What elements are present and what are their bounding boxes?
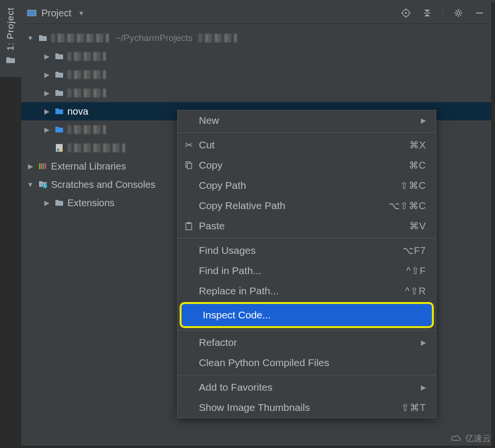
folder-icon xyxy=(54,199,65,206)
submenu-arrow-icon: ▶ xyxy=(421,339,426,346)
svg-line-14 xyxy=(460,15,461,16)
svg-line-13 xyxy=(456,11,457,12)
paste-icon xyxy=(182,222,196,230)
svg-point-6 xyxy=(405,12,407,14)
svg-point-8 xyxy=(457,12,460,14)
blurred-label xyxy=(67,52,106,61)
python-file-icon xyxy=(54,144,65,152)
folder-icon xyxy=(54,126,65,133)
svg-line-16 xyxy=(460,11,461,12)
blurred-label xyxy=(51,34,109,42)
shortcut: ^⇧F xyxy=(406,265,426,277)
svg-rect-28 xyxy=(186,223,192,230)
expand-arrow-icon[interactable]: ▶ xyxy=(42,107,51,115)
menu-separator xyxy=(178,238,436,238)
folder-icon xyxy=(6,56,15,64)
menu-cut[interactable]: ✂ Cut ⌘X xyxy=(178,135,436,155)
menu-clean-python[interactable]: Clean Python Compiled Files xyxy=(178,353,436,373)
separator xyxy=(443,7,443,19)
scratches-icon xyxy=(38,180,48,189)
collapse-icon[interactable] xyxy=(421,7,433,19)
watermark: 亿速云 xyxy=(451,433,491,444)
gear-icon[interactable] xyxy=(453,7,464,19)
menu-separator xyxy=(178,330,436,330)
project-toolbar: Project ▼ xyxy=(21,2,491,24)
menu-add-to-favorites[interactable]: Add to Favorites ▶ xyxy=(178,377,436,397)
expand-arrow-icon[interactable]: ▼ xyxy=(26,181,35,188)
blurred-label xyxy=(198,34,237,42)
locate-icon[interactable] xyxy=(400,7,412,19)
menu-separator xyxy=(178,375,436,375)
menu-new[interactable]: New ▶ xyxy=(178,110,436,131)
svg-rect-0 xyxy=(27,10,36,16)
shortcut: ⇧⌘T xyxy=(401,402,426,413)
expand-arrow-icon[interactable]: ▶ xyxy=(42,199,51,207)
tree-item[interactable]: ▶ xyxy=(21,84,491,102)
menu-replace-in-path[interactable]: Replace in Path... ^⇧R xyxy=(178,281,436,301)
cut-icon: ✂ xyxy=(182,139,196,151)
folder-icon xyxy=(54,53,65,60)
shortcut: ⌥F7 xyxy=(403,245,426,256)
svg-rect-22 xyxy=(41,163,42,169)
shortcut: ⌘X xyxy=(409,139,426,151)
shortcut: ^⇧R xyxy=(405,285,426,297)
root-path: ~/PycharmProjects xyxy=(116,33,193,43)
copy-icon xyxy=(182,161,196,170)
tree-item-label: External Libraries xyxy=(51,161,126,172)
svg-rect-29 xyxy=(187,222,190,224)
tree-item-label: Extensions xyxy=(67,198,115,209)
menu-copy-relative-path[interactable]: Copy Relative Path ⌥⇧⌘C xyxy=(178,196,436,216)
menu-copy[interactable]: Copy ⌘C xyxy=(178,155,436,175)
svg-line-15 xyxy=(456,15,457,16)
svg-rect-21 xyxy=(39,163,40,169)
menu-paste[interactable]: Paste ⌘V xyxy=(178,216,436,236)
expand-arrow-icon[interactable]: ▶ xyxy=(26,162,35,170)
folder-icon xyxy=(54,108,65,115)
submenu-arrow-icon: ▶ xyxy=(421,383,426,391)
submenu-arrow-icon: ▶ xyxy=(421,117,426,124)
expand-arrow-icon[interactable]: ▶ xyxy=(42,71,51,79)
svg-rect-23 xyxy=(43,163,44,169)
shortcut: ⌘C xyxy=(409,159,426,171)
menu-show-thumbnails[interactable]: Show Image Thumbnails ⇧⌘T xyxy=(178,397,436,418)
tree-item[interactable]: ▶ xyxy=(21,47,491,66)
folder-icon xyxy=(54,90,65,96)
shortcut: ⌥⇧⌘C xyxy=(389,200,426,211)
blurred-label xyxy=(67,70,106,79)
project-icon xyxy=(27,9,37,17)
shortcut: ⇧⌘C xyxy=(400,180,426,191)
svg-rect-24 xyxy=(45,163,46,169)
expand-arrow-icon[interactable]: ▶ xyxy=(42,126,51,133)
menu-copy-path[interactable]: Copy Path ⇧⌘C xyxy=(178,175,436,196)
svg-point-20 xyxy=(59,148,62,151)
menu-find-usages[interactable]: Find Usages ⌥F7 xyxy=(178,240,436,261)
tree-item-label: Scratches and Consoles xyxy=(51,179,156,190)
expand-arrow-icon[interactable]: ▼ xyxy=(26,34,35,42)
folder-icon xyxy=(54,71,65,78)
blurred-label xyxy=(67,144,125,152)
expand-arrow-icon[interactable]: ▶ xyxy=(42,53,51,60)
menu-separator xyxy=(178,132,436,133)
shortcut: ⌘V xyxy=(409,220,426,232)
expand-arrow-icon[interactable]: ▶ xyxy=(42,89,51,97)
tree-item[interactable]: ▶ xyxy=(21,66,491,84)
context-menu: New ▶ ✂ Cut ⌘X Copy ⌘C Copy Path ⇧⌘C Cop… xyxy=(177,110,436,418)
chevron-down-icon[interactable]: ▼ xyxy=(78,10,84,17)
menu-refactor[interactable]: Refactor ▶ xyxy=(178,332,436,353)
tree-root[interactable]: ▼ ~/PycharmProjects xyxy=(21,29,491,47)
sidebar-tab-label: 1: Project xyxy=(5,7,16,51)
minimize-icon[interactable] xyxy=(474,7,485,19)
project-sidebar-tab[interactable]: 1: Project xyxy=(0,2,21,77)
menu-inspect-code[interactable]: Inspect Code... xyxy=(180,302,434,328)
blurred-label xyxy=(67,125,106,134)
tree-item-label: nova xyxy=(67,106,88,117)
folder-icon xyxy=(38,35,48,41)
svg-rect-27 xyxy=(187,163,192,169)
blurred-label xyxy=(67,89,106,97)
toolbar-title[interactable]: Project xyxy=(41,8,71,19)
libraries-icon xyxy=(38,162,48,170)
menu-find-in-path[interactable]: Find in Path... ^⇧F xyxy=(178,261,436,281)
